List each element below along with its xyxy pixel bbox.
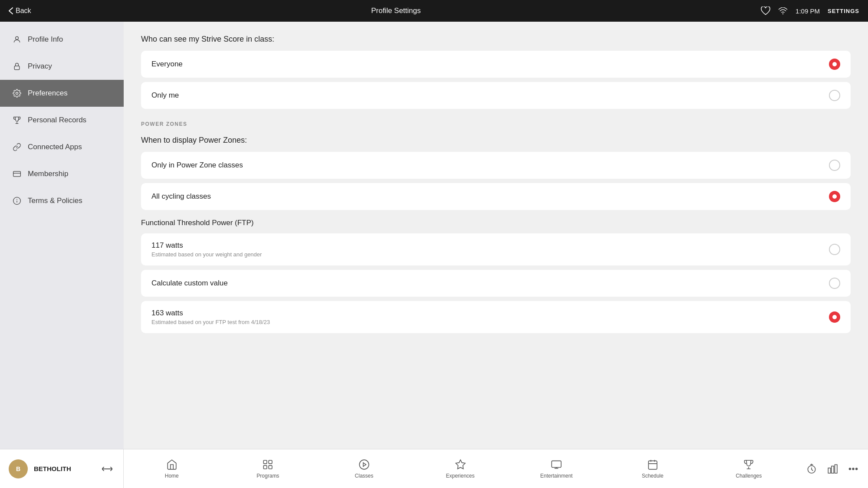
svg-rect-18 xyxy=(835,465,837,473)
top-bar: Back Profile Settings 1:09 PM SETTINGS xyxy=(0,0,868,22)
svg-rect-17 xyxy=(832,466,834,473)
svg-rect-9 xyxy=(264,465,267,469)
gear-icon xyxy=(12,88,22,98)
page-title: Profile Settings xyxy=(371,7,421,15)
tab-home[interactable]: Home xyxy=(124,449,220,488)
tab-programs-label: Programs xyxy=(256,473,279,479)
option-163-watts[interactable]: 163 watts Estimated based on your FTP te… xyxy=(141,301,851,333)
heart-icon[interactable] xyxy=(761,7,770,15)
home-icon xyxy=(166,459,178,471)
svg-point-21 xyxy=(856,468,857,469)
radio-all-cycling[interactable] xyxy=(829,191,840,202)
tab-experiences-label: Experiences xyxy=(446,473,475,479)
settings-label[interactable]: SETTINGS xyxy=(828,8,859,14)
sidebar-label-personal-records: Personal Records xyxy=(28,116,86,124)
sidebar-item-connected-apps[interactable]: Connected Apps xyxy=(0,134,124,160)
option-only-me-label: Only me xyxy=(151,91,179,100)
option-pz-only[interactable]: Only in Power Zone classes xyxy=(141,152,851,179)
power-zones-question: When to display Power Zones: xyxy=(141,136,851,145)
tab-entertainment[interactable]: Entertainment xyxy=(508,449,605,488)
strive-score-question: Who can see my Strive Score in class: xyxy=(141,35,851,44)
svg-point-0 xyxy=(16,36,19,39)
user-profile-area[interactable]: B BETHOLITH xyxy=(0,449,124,488)
trophy-icon xyxy=(12,115,22,125)
option-117-watts[interactable]: 117 watts Estimated based on your weight… xyxy=(141,233,851,265)
option-117-watts-label: 117 watts xyxy=(151,241,262,250)
tab-entertainment-label: Entertainment xyxy=(540,473,573,479)
sidebar-label-terms-policies: Terms & Policies xyxy=(28,197,82,205)
tab-programs[interactable]: Programs xyxy=(220,449,316,488)
bottom-nav: B BETHOLITH Home xyxy=(0,449,868,488)
back-label: Back xyxy=(16,7,31,15)
link-icon xyxy=(12,142,22,152)
timer-icon[interactable] xyxy=(806,463,818,475)
radio-163-watts[interactable] xyxy=(829,311,840,323)
tab-home-label: Home xyxy=(165,473,179,479)
tab-challenges-label: Challenges xyxy=(736,473,762,479)
svg-point-11 xyxy=(359,460,369,469)
schedule-icon xyxy=(647,459,659,471)
top-bar-right: 1:09 PM SETTINGS xyxy=(761,7,859,15)
radio-pz-only[interactable] xyxy=(829,160,840,171)
option-117-watts-subtitle: Estimated based on your weight and gende… xyxy=(151,251,262,258)
sidebar: Profile Info Privacy Preferences xyxy=(0,22,124,449)
option-all-cycling-label: All cycling classes xyxy=(151,192,211,201)
nav-right-icons xyxy=(797,449,868,488)
sidebar-label-preferences: Preferences xyxy=(28,89,68,98)
option-everyone-label: Everyone xyxy=(151,60,183,69)
sidebar-label-profile-info: Profile Info xyxy=(28,35,63,44)
radio-only-me[interactable] xyxy=(829,90,840,101)
sidebar-item-terms-policies[interactable]: Terms & Policies xyxy=(0,187,124,214)
power-zones-divider: POWER ZONES xyxy=(141,121,851,127)
sidebar-item-profile-info[interactable]: Profile Info xyxy=(0,26,124,53)
option-everyone[interactable]: Everyone xyxy=(141,51,851,78)
svg-marker-12 xyxy=(363,463,366,467)
option-163-watts-label: 163 watts xyxy=(151,309,270,318)
avatar: B xyxy=(9,459,28,478)
svg-rect-7 xyxy=(264,460,267,464)
sidebar-item-privacy[interactable]: Privacy xyxy=(0,53,124,80)
svg-point-2 xyxy=(16,92,18,95)
svg-rect-3 xyxy=(13,171,21,177)
option-163-watts-text: 163 watts Estimated based on your FTP te… xyxy=(151,309,270,325)
tab-classes-label: Classes xyxy=(355,473,374,479)
option-custom-value[interactable]: Calculate custom value xyxy=(141,270,851,297)
programs-icon xyxy=(262,459,274,471)
sidebar-item-preferences[interactable]: Preferences xyxy=(0,80,124,107)
info-icon xyxy=(12,196,22,206)
tab-schedule-label: Schedule xyxy=(642,473,664,479)
radio-custom-value[interactable] xyxy=(829,278,840,289)
svg-point-20 xyxy=(852,468,854,469)
option-163-watts-subtitle: Estimated based on your FTP test from 4/… xyxy=(151,319,270,325)
option-all-cycling[interactable]: All cycling classes xyxy=(141,183,851,210)
content-area: Who can see my Strive Score in class: Ev… xyxy=(124,22,868,449)
current-time: 1:09 PM xyxy=(796,7,820,15)
experiences-icon xyxy=(454,459,467,471)
option-117-watts-text: 117 watts Estimated based on your weight… xyxy=(151,241,262,258)
tab-challenges[interactable]: Challenges xyxy=(700,449,797,488)
wifi-icon xyxy=(778,7,788,14)
radio-117-watts[interactable] xyxy=(829,244,840,255)
leaderboard-icon[interactable] xyxy=(826,463,838,475)
option-pz-only-label: Only in Power Zone classes xyxy=(151,161,243,170)
classes-icon xyxy=(358,459,370,471)
sidebar-item-personal-records[interactable]: Personal Records xyxy=(0,107,124,134)
user-name: BETHOLITH xyxy=(34,465,71,472)
card-icon xyxy=(12,169,22,179)
radio-everyone[interactable] xyxy=(829,59,840,70)
svg-rect-1 xyxy=(14,66,20,69)
lock-icon xyxy=(12,62,22,71)
tab-experiences[interactable]: Experiences xyxy=(412,449,509,488)
nav-tabs: Home Programs Classes xyxy=(124,449,797,488)
svg-rect-14 xyxy=(648,461,657,469)
option-only-me[interactable]: Only me xyxy=(141,82,851,109)
ftp-question: Functional Threshold Power (FTP) xyxy=(141,219,851,227)
svg-rect-10 xyxy=(269,465,273,469)
switch-profile-icon[interactable] xyxy=(100,462,115,476)
tab-schedule[interactable]: Schedule xyxy=(605,449,701,488)
main-content: Profile Info Privacy Preferences xyxy=(0,22,868,449)
more-icon[interactable] xyxy=(847,463,859,475)
sidebar-item-membership[interactable]: Membership xyxy=(0,160,124,187)
tab-classes[interactable]: Classes xyxy=(316,449,412,488)
back-button[interactable]: Back xyxy=(9,7,31,15)
